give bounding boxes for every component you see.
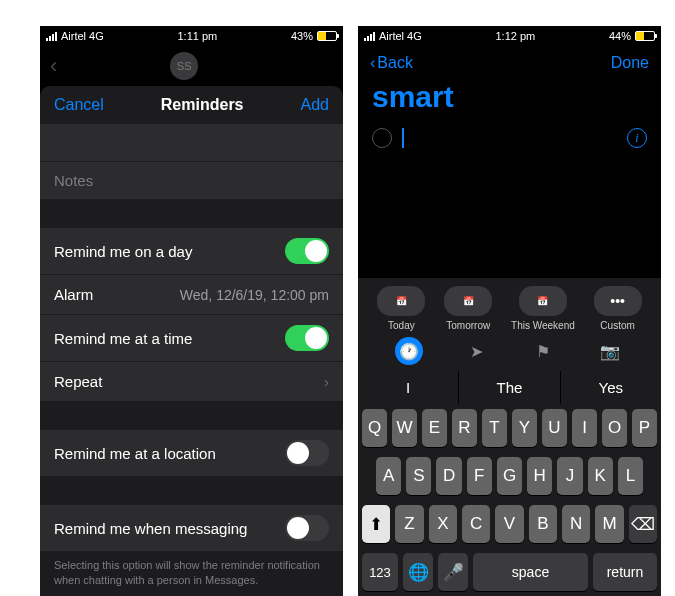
key-b[interactable]: B: [529, 505, 557, 543]
key-e[interactable]: E: [422, 409, 447, 447]
chevron-left-icon: ‹: [370, 54, 375, 72]
mic-key[interactable]: 🎤: [438, 553, 468, 591]
new-reminder-row[interactable]: i: [358, 122, 661, 154]
key-a[interactable]: A: [376, 457, 401, 495]
row-label: Remind me at a location: [54, 445, 216, 462]
key-row-2: ASDFGHJKL: [358, 452, 661, 500]
key-h[interactable]: H: [527, 457, 552, 495]
done-button[interactable]: Done: [611, 54, 649, 72]
key-row-1: QWERTYUIOP: [358, 404, 661, 452]
suggestion[interactable]: The: [459, 371, 560, 404]
acc-weekend[interactable]: 📅 This Weekend: [511, 286, 575, 331]
alarm-value: Wed, 12/6/19, 12:00 pm: [180, 287, 329, 303]
row-repeat[interactable]: Repeat ›: [40, 362, 343, 402]
suggestion[interactable]: Yes: [561, 371, 661, 404]
signal-icon: [46, 32, 57, 41]
acc-tomorrow[interactable]: 📅 Tomorrow: [444, 286, 492, 331]
cancel-button[interactable]: Cancel: [54, 96, 104, 114]
battery-icon: [635, 31, 655, 41]
key-t[interactable]: T: [482, 409, 507, 447]
keyboard: I The Yes QWERTYUIOP ASDFGHJKL ⬆ ZXCVBNM…: [358, 371, 661, 596]
status-time: 1:11 pm: [178, 30, 218, 42]
key-g[interactable]: G: [497, 457, 522, 495]
back-button[interactable]: ‹Back: [370, 54, 413, 72]
flag-icon[interactable]: ⚑: [529, 337, 557, 365]
notes-input[interactable]: Notes: [40, 162, 343, 200]
numbers-key[interactable]: 123: [362, 553, 398, 591]
messaging-footnote: Selecting this option will show the remi…: [40, 552, 343, 596]
toggle-messaging[interactable]: [285, 515, 329, 541]
location-icon[interactable]: ➤: [462, 337, 490, 365]
key-m[interactable]: M: [595, 505, 623, 543]
key-p[interactable]: P: [632, 409, 657, 447]
carrier-label: Airtel 4G: [379, 30, 422, 42]
backspace-key[interactable]: ⌫: [629, 505, 657, 543]
key-z[interactable]: Z: [395, 505, 423, 543]
time-icon[interactable]: 🕐: [395, 337, 423, 365]
row-location[interactable]: Remind me at a location: [40, 430, 343, 477]
suggestion[interactable]: I: [358, 371, 459, 404]
acc-today[interactable]: 📅 Today: [377, 286, 425, 331]
calendar-weekend-icon: 📅: [519, 286, 567, 316]
list-title: smart: [358, 80, 661, 122]
row-label: Remind me when messaging: [54, 520, 247, 537]
reminder-edit-sheet: Cancel Reminders Add Notes Remind me on …: [40, 86, 343, 596]
row-messaging[interactable]: Remind me when messaging: [40, 505, 343, 552]
acc-custom[interactable]: ••• Custom: [594, 286, 642, 331]
key-w[interactable]: W: [392, 409, 417, 447]
key-q[interactable]: Q: [362, 409, 387, 447]
toggle-location[interactable]: [285, 440, 329, 466]
row-remind-time[interactable]: Remind me at a time: [40, 315, 343, 362]
status-bar: Airtel 4G 1:11 pm 43%: [40, 26, 343, 46]
key-r[interactable]: R: [452, 409, 477, 447]
navbar: ‹Back Done: [358, 46, 661, 80]
key-l[interactable]: L: [618, 457, 643, 495]
key-d[interactable]: D: [436, 457, 461, 495]
return-key[interactable]: return: [593, 553, 657, 591]
battery-icon: [317, 31, 337, 41]
text-cursor: [402, 128, 404, 148]
key-y[interactable]: Y: [512, 409, 537, 447]
space-key[interactable]: space: [473, 553, 588, 591]
key-k[interactable]: K: [588, 457, 613, 495]
status-time: 1:12 pm: [496, 30, 536, 42]
carrier-label: Airtel 4G: [61, 30, 104, 42]
row-label: Alarm: [54, 286, 93, 303]
phone-right: Airtel 4G 1:12 pm 44% ‹Back Done smart i…: [358, 26, 661, 596]
row-label: Remind me at a time: [54, 330, 192, 347]
avatar[interactable]: SS: [170, 52, 198, 80]
camera-icon[interactable]: 📷: [596, 337, 624, 365]
key-x[interactable]: X: [429, 505, 457, 543]
info-button[interactable]: i: [627, 128, 647, 148]
row-alarm[interactable]: Alarm Wed, 12/6/19, 12:00 pm: [40, 275, 343, 315]
globe-key[interactable]: 🌐: [403, 553, 433, 591]
signal-icon: [364, 32, 375, 41]
back-chevron-icon[interactable]: ‹: [50, 53, 57, 79]
key-v[interactable]: V: [495, 505, 523, 543]
key-o[interactable]: O: [602, 409, 627, 447]
row-remind-day[interactable]: Remind me on a day: [40, 228, 343, 275]
calendar-tomorrow-icon: 📅: [444, 286, 492, 316]
toggle-remind-day[interactable]: [285, 238, 329, 264]
key-f[interactable]: F: [467, 457, 492, 495]
status-bar: Airtel 4G 1:12 pm 44%: [358, 26, 661, 46]
keyboard-accessory: 📅 Today 📅 Tomorrow 📅 This Weekend ••• Cu…: [358, 278, 661, 371]
key-row-3: ⬆ ZXCVBNM⌫: [358, 500, 661, 548]
key-i[interactable]: I: [572, 409, 597, 447]
reminder-title-input[interactable]: [40, 124, 343, 162]
key-u[interactable]: U: [542, 409, 567, 447]
large-nav: ‹ SS: [40, 46, 343, 86]
toggle-remind-time[interactable]: [285, 325, 329, 351]
ellipsis-icon: •••: [594, 286, 642, 316]
modal-navbar: Cancel Reminders Add: [40, 86, 343, 124]
key-n[interactable]: N: [562, 505, 590, 543]
key-s[interactable]: S: [406, 457, 431, 495]
chevron-right-icon: ›: [324, 373, 329, 390]
key-j[interactable]: J: [557, 457, 582, 495]
row-label: Remind me on a day: [54, 243, 192, 260]
key-c[interactable]: C: [462, 505, 490, 543]
key-row-4: 123 🌐 🎤 space return: [358, 548, 661, 596]
completion-circle-icon[interactable]: [372, 128, 392, 148]
shift-key[interactable]: ⬆: [362, 505, 390, 543]
add-button[interactable]: Add: [301, 96, 329, 114]
